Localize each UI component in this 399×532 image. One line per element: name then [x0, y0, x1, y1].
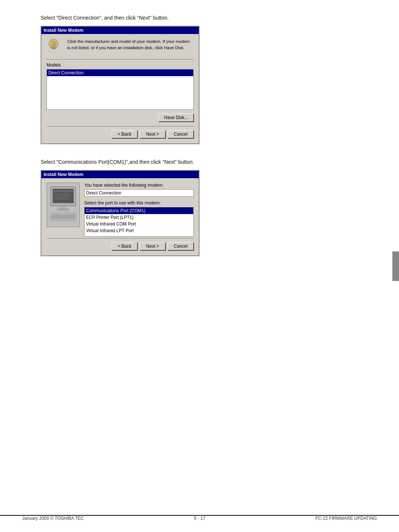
page-footer: January 2000 © TOSHIBA TEC 5 - 17 FC-22 …	[0, 515, 399, 521]
footer-left: January 2000 © TOSHIBA TEC	[22, 516, 84, 521]
dialog2-title: Install New Modem	[44, 172, 83, 177]
selected-modem-value: Direct Connection	[84, 189, 194, 197]
dialog2-titlebar: Install New Modem	[41, 171, 199, 178]
models-label: Models	[47, 62, 194, 68]
modem-icon	[47, 38, 63, 55]
port-label: Select the port to use with this modem:	[84, 200, 194, 206]
selected-modem-label: You have selected the following modem:	[84, 183, 194, 188]
right-tab	[392, 251, 399, 281]
have-disk-button[interactable]: Have Disk...	[158, 113, 194, 122]
dialog1-cancel-button[interactable]: Cancel	[168, 130, 194, 138]
dialog1-button-row: < Back Next > Cancel	[47, 126, 194, 138]
list-item-direct-connection[interactable]: Direct Connection	[47, 70, 193, 76]
dialog2-back-button[interactable]: < Back	[112, 242, 137, 250]
install-modem-dialog-2: Install New Modem	[41, 170, 200, 256]
computer-illustration-svg	[47, 183, 79, 227]
dialog1-next-button[interactable]: Next >	[140, 130, 166, 138]
dialog1-back-button[interactable]: < Back	[112, 130, 137, 138]
port-item-virtual-lpt[interactable]: Virtual Infrared LPT Port	[85, 227, 193, 234]
dialog2-right-panel: You have selected the following modem: D…	[84, 183, 194, 237]
port-item-virtual-com[interactable]: Virtual Infrared COM Port	[85, 221, 193, 227]
dialog2-button-row: < Back Next > Cancel	[47, 238, 194, 250]
modem-icon-svg	[47, 38, 61, 52]
dialog1-titlebar: Install New Modem	[41, 27, 199, 34]
dialog1-title: Install New Modem	[44, 28, 83, 33]
install-modem-dialog-1: Install New Modem Click the manufacturer…	[41, 26, 200, 144]
computer-illustration	[47, 183, 80, 227]
instruction-2: Select "Communications Port(COM1)",and t…	[41, 159, 358, 165]
svg-point-2	[51, 43, 52, 44]
port-listbox[interactable]: Communications Port (COM1) ECP Printer P…	[84, 207, 194, 237]
svg-point-1	[51, 41, 57, 47]
footer-right: FC-22 FIRMWARE UPDATING	[316, 516, 377, 521]
dialog1-description: Click the manufacturer and model of your…	[67, 38, 194, 51]
svg-rect-10	[60, 206, 66, 209]
dialog2-cancel-button[interactable]: Cancel	[168, 242, 194, 250]
footer-center: 5 - 17	[194, 516, 205, 521]
dialog2-next-button[interactable]: Next >	[140, 242, 166, 250]
models-listbox[interactable]: Direct Connection	[47, 69, 194, 110]
port-item-com1[interactable]: Communications Port (COM1)	[85, 207, 193, 214]
svg-rect-11	[57, 209, 69, 210]
svg-rect-13	[51, 214, 75, 219]
instruction-1: Select "Direct Connection", and then cli…	[41, 15, 358, 21]
port-item-lpt1[interactable]: ECP Printer Port (LPT1)	[85, 214, 193, 221]
dialog1-divider	[47, 59, 194, 60]
